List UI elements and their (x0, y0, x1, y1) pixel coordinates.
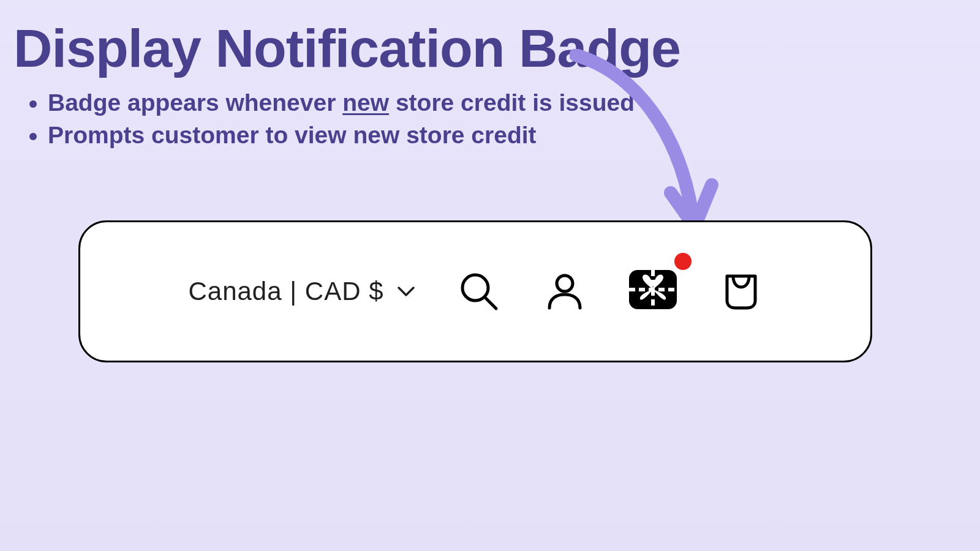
header-toolbar: Canada | CAD $ (78, 220, 872, 362)
cart-button[interactable] (720, 270, 763, 313)
gift-icon (629, 270, 677, 309)
notification-badge (674, 253, 692, 270)
page-title: Display Notification Badge (13, 17, 680, 80)
search-icon (459, 272, 499, 311)
locale-label: Canada | CAD $ (188, 277, 383, 306)
bullet-1-post: store credit is issued (389, 89, 635, 116)
svg-point-2 (557, 276, 573, 291)
account-button[interactable] (543, 270, 586, 313)
bullet-item-1: Badge appears whenever new store credit … (48, 87, 635, 119)
store-credit-button[interactable] (629, 270, 677, 313)
bullet-list: Badge appears whenever new store credit … (48, 87, 635, 151)
bullet-item-2: Prompts customer to view new store credi… (48, 119, 635, 152)
locale-selector[interactable]: Canada | CAD $ (188, 277, 414, 306)
bullet-1-underline: new (342, 89, 389, 116)
user-icon (546, 272, 584, 310)
bullet-1-pre: Badge appears whenever (48, 89, 342, 116)
chevron-down-icon (398, 286, 415, 297)
svg-line-1 (485, 298, 496, 309)
search-button[interactable] (458, 270, 500, 313)
bag-icon (722, 272, 760, 310)
